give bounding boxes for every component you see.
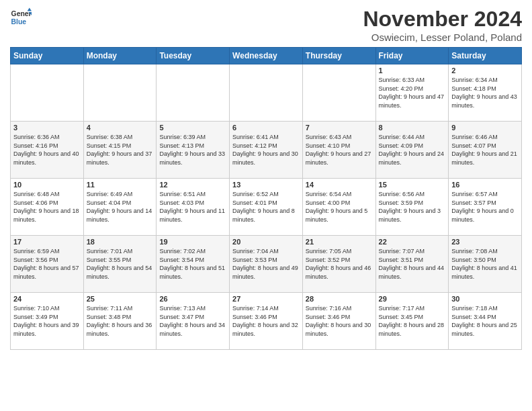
calendar-table: SundayMondayTuesdayWednesdayThursdayFrid… [10, 47, 522, 350]
day-number: 25 [87, 295, 154, 303]
calendar-cell: 13Sunrise: 6:52 AM Sunset: 4:01 PM Dayli… [230, 179, 303, 236]
weekday-header: Monday [83, 48, 157, 64]
day-info: Sunrise: 6:51 AM Sunset: 4:03 PM Dayligh… [159, 190, 226, 224]
day-number: 30 [451, 295, 519, 303]
svg-text:Blue: Blue [11, 18, 27, 26]
calendar-week-row: 17Sunrise: 6:59 AM Sunset: 3:56 PM Dayli… [11, 236, 522, 293]
day-info: Sunrise: 7:02 AM Sunset: 3:54 PM Dayligh… [159, 247, 226, 281]
day-number: 6 [232, 124, 300, 132]
calendar-cell: 7Sunrise: 6:43 AM Sunset: 4:10 PM Daylig… [302, 122, 375, 179]
day-info: Sunrise: 6:43 AM Sunset: 4:10 PM Dayligh… [306, 133, 373, 167]
day-number: 24 [13, 295, 81, 303]
day-number: 29 [379, 295, 446, 303]
calendar-week-row: 10Sunrise: 6:48 AM Sunset: 4:06 PM Dayli… [11, 179, 522, 236]
calendar-week-row: 1Sunrise: 6:33 AM Sunset: 4:20 PM Daylig… [11, 64, 522, 122]
weekday-header: Tuesday [157, 48, 230, 64]
day-info: Sunrise: 6:57 AM Sunset: 3:57 PM Dayligh… [451, 190, 519, 224]
calendar-cell [83, 64, 157, 122]
day-info: Sunrise: 7:10 AM Sunset: 3:49 PM Dayligh… [13, 304, 81, 338]
calendar-cell: 9Sunrise: 6:46 AM Sunset: 4:07 PM Daylig… [449, 122, 522, 179]
day-number: 4 [87, 124, 154, 132]
calendar-cell: 18Sunrise: 7:01 AM Sunset: 3:55 PM Dayli… [83, 236, 157, 293]
day-number: 9 [451, 124, 519, 132]
day-number: 3 [13, 124, 81, 132]
calendar-cell: 22Sunrise: 7:07 AM Sunset: 3:51 PM Dayli… [375, 236, 449, 293]
day-info: Sunrise: 7:17 AM Sunset: 3:45 PM Dayligh… [379, 304, 446, 338]
day-number: 2 [451, 66, 519, 75]
month-title: November 2024 [363, 7, 522, 32]
day-info: Sunrise: 6:41 AM Sunset: 4:12 PM Dayligh… [232, 133, 300, 167]
logo-icon: General Blue [10, 7, 32, 28]
calendar-cell: 27Sunrise: 7:14 AM Sunset: 3:46 PM Dayli… [230, 293, 303, 350]
day-number: 1 [379, 66, 446, 75]
calendar-cell: 5Sunrise: 6:39 AM Sunset: 4:13 PM Daylig… [157, 122, 230, 179]
day-number: 21 [306, 238, 373, 246]
day-number: 27 [232, 295, 300, 303]
svg-text:General: General [11, 10, 32, 17]
calendar-cell: 2Sunrise: 6:34 AM Sunset: 4:18 PM Daylig… [449, 64, 522, 122]
title-block: November 2024 Oswiecim, Lesser Poland, P… [363, 7, 522, 43]
weekday-header: Saturday [449, 48, 522, 64]
day-number: 23 [451, 238, 519, 246]
day-info: Sunrise: 6:34 AM Sunset: 4:18 PM Dayligh… [451, 76, 519, 109]
day-info: Sunrise: 7:14 AM Sunset: 3:46 PM Dayligh… [232, 304, 300, 338]
day-info: Sunrise: 6:48 AM Sunset: 4:06 PM Dayligh… [13, 190, 81, 224]
day-number: 17 [13, 238, 81, 246]
day-info: Sunrise: 6:59 AM Sunset: 3:56 PM Dayligh… [13, 247, 81, 281]
day-info: Sunrise: 7:16 AM Sunset: 3:46 PM Dayligh… [306, 304, 373, 338]
day-number: 5 [159, 124, 226, 132]
day-number: 11 [87, 181, 154, 189]
day-number: 8 [379, 124, 446, 132]
calendar-header-row: SundayMondayTuesdayWednesdayThursdayFrid… [11, 48, 522, 64]
day-info: Sunrise: 6:56 AM Sunset: 3:59 PM Dayligh… [379, 190, 446, 224]
day-number: 16 [451, 181, 519, 189]
calendar-cell: 8Sunrise: 6:44 AM Sunset: 4:09 PM Daylig… [375, 122, 449, 179]
weekday-header: Friday [375, 48, 449, 64]
day-info: Sunrise: 6:36 AM Sunset: 4:16 PM Dayligh… [13, 133, 81, 167]
page-header: General Blue November 2024 Oswiecim, Les… [10, 7, 522, 43]
logo: General Blue [10, 7, 32, 28]
day-info: Sunrise: 7:07 AM Sunset: 3:51 PM Dayligh… [379, 247, 446, 281]
svg-marker-2 [28, 8, 32, 11]
calendar-cell: 14Sunrise: 6:54 AM Sunset: 4:00 PM Dayli… [302, 179, 375, 236]
calendar-cell: 11Sunrise: 6:49 AM Sunset: 4:04 PM Dayli… [83, 179, 157, 236]
calendar-cell: 28Sunrise: 7:16 AM Sunset: 3:46 PM Dayli… [302, 293, 375, 350]
calendar-cell: 24Sunrise: 7:10 AM Sunset: 3:49 PM Dayli… [11, 293, 84, 350]
calendar-cell: 19Sunrise: 7:02 AM Sunset: 3:54 PM Dayli… [157, 236, 230, 293]
calendar-cell: 29Sunrise: 7:17 AM Sunset: 3:45 PM Dayli… [375, 293, 449, 350]
day-info: Sunrise: 6:49 AM Sunset: 4:04 PM Dayligh… [87, 190, 154, 224]
day-info: Sunrise: 6:38 AM Sunset: 4:15 PM Dayligh… [87, 133, 154, 167]
calendar-cell [302, 64, 375, 122]
calendar-cell: 12Sunrise: 6:51 AM Sunset: 4:03 PM Dayli… [157, 179, 230, 236]
calendar-week-row: 3Sunrise: 6:36 AM Sunset: 4:16 PM Daylig… [11, 122, 522, 179]
calendar-cell: 4Sunrise: 6:38 AM Sunset: 4:15 PM Daylig… [83, 122, 157, 179]
day-info: Sunrise: 6:52 AM Sunset: 4:01 PM Dayligh… [232, 190, 300, 224]
calendar-cell [11, 64, 84, 122]
day-info: Sunrise: 7:13 AM Sunset: 3:47 PM Dayligh… [159, 304, 226, 338]
day-number: 22 [379, 238, 446, 246]
calendar-cell [157, 64, 230, 122]
calendar-cell: 6Sunrise: 6:41 AM Sunset: 4:12 PM Daylig… [230, 122, 303, 179]
day-number: 19 [159, 238, 226, 246]
calendar-week-row: 24Sunrise: 7:10 AM Sunset: 3:49 PM Dayli… [11, 293, 522, 350]
day-info: Sunrise: 6:46 AM Sunset: 4:07 PM Dayligh… [451, 133, 519, 167]
day-info: Sunrise: 6:39 AM Sunset: 4:13 PM Dayligh… [159, 133, 226, 167]
day-number: 12 [159, 181, 226, 189]
weekday-header: Sunday [11, 48, 84, 64]
day-number: 18 [87, 238, 154, 246]
calendar-cell: 25Sunrise: 7:11 AM Sunset: 3:48 PM Dayli… [83, 293, 157, 350]
calendar-cell: 21Sunrise: 7:05 AM Sunset: 3:52 PM Dayli… [302, 236, 375, 293]
day-info: Sunrise: 6:44 AM Sunset: 4:09 PM Dayligh… [379, 133, 446, 167]
calendar-cell: 10Sunrise: 6:48 AM Sunset: 4:06 PM Dayli… [11, 179, 84, 236]
weekday-header: Thursday [302, 48, 375, 64]
calendar-cell: 23Sunrise: 7:08 AM Sunset: 3:50 PM Dayli… [449, 236, 522, 293]
day-number: 7 [306, 124, 373, 132]
calendar-cell: 3Sunrise: 6:36 AM Sunset: 4:16 PM Daylig… [11, 122, 84, 179]
day-info: Sunrise: 7:18 AM Sunset: 3:44 PM Dayligh… [451, 304, 519, 338]
day-info: Sunrise: 7:11 AM Sunset: 3:48 PM Dayligh… [87, 304, 154, 338]
day-info: Sunrise: 6:54 AM Sunset: 4:00 PM Dayligh… [306, 190, 373, 224]
calendar-cell: 26Sunrise: 7:13 AM Sunset: 3:47 PM Dayli… [157, 293, 230, 350]
calendar-cell: 16Sunrise: 6:57 AM Sunset: 3:57 PM Dayli… [449, 179, 522, 236]
day-number: 15 [379, 181, 446, 189]
calendar-cell [230, 64, 303, 122]
